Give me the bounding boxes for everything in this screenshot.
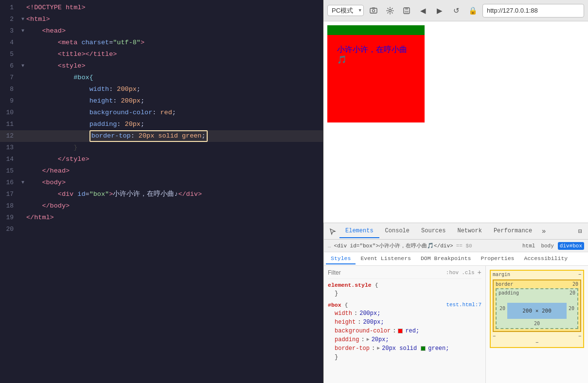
line-fold-6[interactable]: ▼: [19, 60, 26, 72]
line-code-10: background-color: red;: [26, 107, 323, 119]
css-rule-box-close: }: [328, 353, 481, 362]
line-number-11: 11: [0, 119, 19, 130]
css-prop-name-padding: padding: [335, 335, 359, 344]
line-number-7: 7: [0, 72, 19, 84]
box-model: margin − border 20 padding 20: [490, 270, 584, 348]
code-line-12: 12 border-top: 20px solid green;: [0, 130, 323, 142]
devtools-tab-elements[interactable]: Elements: [339, 225, 379, 238]
css-prop-value-border-top: 20px solid: [382, 344, 417, 353]
devtools-subtab-accessibility[interactable]: Accessibility: [519, 253, 573, 264]
code-line-19: 19 </html>: [0, 212, 323, 224]
bm-border-box: border 20 padding 20 20 200 × 200 20: [493, 279, 581, 332]
line-number-13: 13: [0, 142, 19, 154]
svg-rect-5: [405, 8, 408, 10]
line-number-10: 10: [0, 107, 19, 119]
bm-padding-val: 20: [570, 290, 575, 296]
code-line-8: 8 width: 200px;: [0, 84, 323, 95]
breadcrumb-div-box[interactable]: div#box: [558, 242, 584, 250]
line-number-9: 9: [0, 95, 19, 107]
css-selector-box: #box: [328, 302, 341, 308]
code-line-16: 16 ▼ <body>: [0, 177, 323, 189]
browser-window: PC模式 ◀ ▶ ↺ 🔒 小许小许，在哼小曲🎵: [323, 0, 588, 383]
bm-padding-label: padding: [499, 290, 519, 296]
back-btn[interactable]: ◀: [416, 4, 430, 17]
line-code-4: <meta charset="utf-8">: [26, 37, 323, 49]
bm-padding-right: 20: [568, 306, 575, 311]
main-layout: 1 <!DOCTYPE html> 2 ▼ <html> 3 ▼ <head> …: [0, 0, 588, 383]
line-number-15: 15: [0, 165, 19, 177]
pc-mode-select[interactable]: PC模式: [327, 5, 364, 16]
devtools-tabs: Elements Console Sources Network Perform…: [324, 223, 588, 240]
mode-select-wrapper[interactable]: PC模式: [327, 5, 364, 16]
code-line-20: 20: [0, 224, 323, 235]
line-code-3: <head>: [26, 25, 323, 37]
line-code-15: </head>: [26, 165, 323, 177]
css-rule-element-style: element.style { }: [328, 282, 481, 298]
code-line-15: 15 </head>: [0, 165, 323, 177]
browser-toolbar: PC模式 ◀ ▶ ↺ 🔒: [323, 0, 588, 21]
code-line-10: 10 background-color: red;: [0, 107, 323, 119]
line-fold-3[interactable]: ▼: [19, 25, 26, 37]
devtools-tab-network[interactable]: Network: [451, 225, 487, 238]
css-selector-element: element.style: [328, 282, 372, 288]
bm-border-val: 20: [572, 281, 578, 287]
code-line-1: 1 <!DOCTYPE html>: [0, 2, 323, 14]
css-file-link-box[interactable]: test.html:7: [446, 302, 481, 308]
code-line-18: 18 </body>: [0, 200, 323, 212]
line-code-12: border-top: 20px solid green;: [26, 130, 323, 142]
filter-add-btn[interactable]: +: [478, 269, 481, 277]
devtools-tab-sources[interactable]: Sources: [415, 225, 451, 238]
breadcrumb-body[interactable]: body: [539, 242, 555, 250]
screenshot-btn[interactable]: [367, 4, 380, 17]
line-number-19: 19: [0, 212, 19, 224]
devtools-subtabs: Styles Event Listeners DOM Breakpoints P…: [324, 252, 588, 266]
css-rule-header-element: element.style {: [328, 282, 481, 288]
devtools-more-tabs[interactable]: »: [538, 225, 550, 238]
breadcrumb-html[interactable]: html: [520, 242, 537, 250]
devtools-tab-console[interactable]: Console: [379, 225, 415, 238]
line-number-3: 3: [0, 25, 19, 37]
url-bar[interactable]: [482, 4, 584, 17]
line-number-6: 6: [0, 60, 19, 72]
css-prop-name-bgcolor: background-color: [335, 327, 391, 335]
filter-cls-btn[interactable]: .cls: [462, 270, 474, 276]
demo-box-text: 小许小许，在哼小曲🎵: [337, 45, 407, 64]
devtools-subtab-dom-breakpoints[interactable]: DOM Breakpoints: [416, 253, 476, 264]
line-number-17: 17: [0, 189, 19, 200]
settings-btn[interactable]: [383, 4, 397, 17]
css-color-swatch-green[interactable]: [421, 346, 426, 351]
css-prop-name-height: height: [335, 318, 356, 327]
css-prop-name-width: width: [335, 309, 352, 318]
devtools-subtab-styles[interactable]: Styles: [326, 253, 356, 264]
devtools-subtab-event-listeners[interactable]: Event Listeners: [356, 253, 416, 264]
devtools-inspect-btn[interactable]: [326, 225, 339, 238]
devtools-breadcrumb: … <div id="box">小许小许，在哼小曲🎵</div> == $0 h…: [324, 240, 588, 252]
line-code-19: </html>: [26, 212, 323, 224]
code-line-11: 11 padding: 20px;: [0, 119, 323, 130]
save-btn[interactable]: [400, 4, 413, 17]
line-code-8: width: 200px;: [26, 84, 323, 95]
css-arrow-padding[interactable]: ▶: [367, 335, 370, 344]
line-fold-16[interactable]: ▼: [19, 177, 26, 189]
refresh-btn[interactable]: ↺: [449, 4, 463, 17]
line-number-2: 2: [0, 14, 19, 25]
devtools-close-btn[interactable]: ⊟: [574, 226, 586, 237]
line-fold-2[interactable]: ▼: [19, 14, 26, 25]
filter-hov-btn[interactable]: :hov: [446, 270, 459, 276]
css-arrow-border-top[interactable]: ▶: [377, 344, 380, 353]
devtools-styles-pane: :hov .cls + element.style { }: [324, 266, 588, 383]
line-number-20: 20: [0, 224, 19, 235]
devtools-tab-performance[interactable]: Performance: [488, 225, 538, 238]
svg-rect-2: [372, 7, 375, 8]
css-color-swatch-red[interactable]: [398, 329, 403, 333]
css-prop-border-top: border-top: ▶ 20px solid green;: [328, 344, 481, 353]
bm-margin-box: margin − border 20 padding 20: [490, 270, 584, 348]
lock-btn[interactable]: 🔒: [466, 4, 480, 17]
browser-viewport: 小许小许，在哼小曲🎵 Elements Console Sources Netw…: [323, 21, 588, 383]
forward-btn[interactable]: ▶: [433, 4, 446, 17]
styles-filter-bar: :hov .cls +: [328, 269, 481, 279]
code-line-4: 4 <meta charset="utf-8">: [0, 37, 323, 49]
styles-filter-input[interactable]: [328, 269, 443, 276]
devtools-subtab-properties[interactable]: Properties: [476, 253, 519, 264]
code-line-7: 7 #box{: [0, 72, 323, 84]
